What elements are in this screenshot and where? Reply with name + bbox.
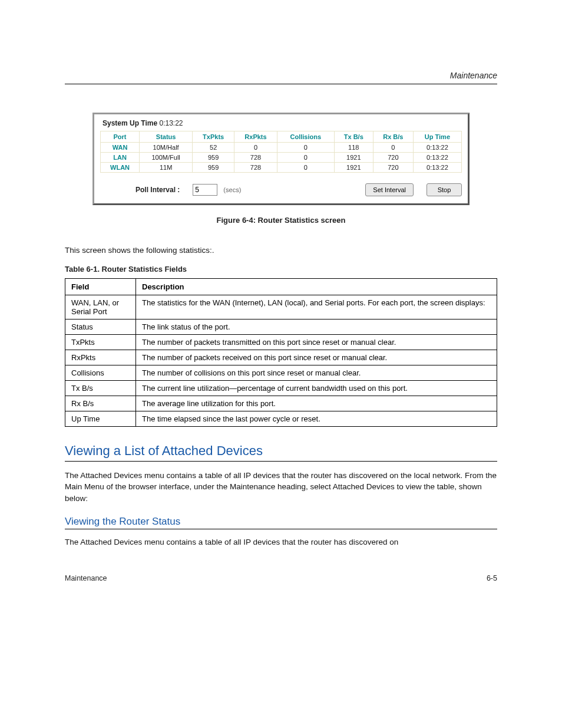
col-collisions: Collisions (277, 131, 334, 143)
system-uptime: System Up Time 0:13:22 (100, 118, 462, 131)
field-name: TxPkts (65, 334, 136, 350)
field-desc: The time elapsed since the last power cy… (136, 411, 497, 426)
port-link-wan[interactable]: WAN (101, 143, 140, 153)
table-row: StatusThe link status of the port. (65, 319, 497, 334)
field-name: Up Time (65, 411, 136, 426)
table-row: Up TimeThe time elapsed since the last p… (65, 411, 497, 426)
cell: 118 (334, 143, 373, 153)
table-row: CollisionsThe number of collisions on th… (65, 365, 497, 380)
field-desc: The number of packets received on this p… (136, 350, 497, 365)
col-rxbs: Rx B/s (373, 131, 413, 143)
table-row: LAN 100M/Full 959 728 0 1921 720 0:13:22 (101, 153, 462, 163)
cell: 0 (373, 143, 413, 153)
cell: 0:13:22 (413, 143, 461, 153)
col-status: Status (140, 131, 193, 143)
statistics-table: Port Status TxPkts RxPkts Collisions Tx … (100, 131, 462, 173)
field-name: Tx B/s (65, 380, 136, 396)
field-name: WAN, LAN, or Serial Port (65, 295, 136, 319)
table-row: WLAN 11M 959 728 0 1921 720 0:13:22 (101, 163, 462, 173)
header-rule (65, 84, 497, 84)
stop-button[interactable]: Stop (427, 183, 462, 196)
cell: 0 (277, 143, 334, 153)
field-name: Rx B/s (65, 396, 136, 411)
cell: 52 (193, 143, 234, 153)
set-interval-button[interactable]: Set Interval (365, 183, 414, 196)
cell: 728 (234, 153, 277, 163)
table-row: RxPktsThe number of packets received on … (65, 350, 497, 365)
chapter-heading: Maintenance (65, 71, 497, 80)
cell: 720 (373, 153, 413, 163)
cell: 10M/Half (140, 143, 193, 153)
poll-units: (secs) (223, 186, 241, 193)
poll-interval-label: Poll Interval : (135, 186, 180, 194)
section-heading-attached-devices: Viewing a List of Attached Devices (65, 443, 497, 459)
col-rxpkts: RxPkts (234, 131, 277, 143)
section-body: The Attached Devices menu contains a tab… (65, 470, 497, 505)
section-rule (65, 461, 497, 462)
field-name: Status (65, 319, 136, 334)
cell: 11M (140, 163, 193, 173)
table-row: WAN 10M/Half 52 0 0 118 0 0:13:22 (101, 143, 462, 153)
cell: 0:13:22 (413, 163, 461, 173)
subsection-rule (65, 529, 497, 529)
fields-table-caption: Table 6-1. Router Statistics Fields (65, 265, 497, 274)
footer-left: Maintenance (65, 574, 107, 582)
fields-table: Field Description WAN, LAN, or Serial Po… (65, 278, 497, 427)
fields-col-desc: Description (136, 278, 497, 295)
cell: 720 (373, 163, 413, 173)
subsection-body: The Attached Devices menu contains a tab… (65, 536, 497, 548)
cell: 1921 (334, 163, 373, 173)
field-desc: The average line utilization for this po… (136, 396, 497, 411)
page-footer: Maintenance 6-5 (65, 574, 497, 582)
cell: 959 (193, 163, 234, 173)
port-link-wlan[interactable]: WLAN (101, 163, 140, 173)
field-desc: The current line utilization—percentage … (136, 380, 497, 396)
field-desc: The statistics for the WAN (Internet), L… (136, 295, 497, 319)
col-uptime: Up Time (413, 131, 461, 143)
col-txbs: Tx B/s (334, 131, 373, 143)
cell: 728 (234, 163, 277, 173)
cell: 0 (234, 143, 277, 153)
table-row: Rx B/sThe average line utilization for t… (65, 396, 497, 411)
cell: 100M/Full (140, 153, 193, 163)
cell: 0:13:22 (413, 153, 461, 163)
poll-interval-input[interactable] (193, 184, 217, 196)
table-row: TxPktsThe number of packets transmitted … (65, 334, 497, 350)
table-row: WAN, LAN, or Serial PortThe statistics f… (65, 295, 497, 319)
cell: 0 (277, 153, 334, 163)
fields-col-field: Field (65, 278, 136, 295)
cell: 1921 (334, 153, 373, 163)
field-desc: The number of packets transmitted on thi… (136, 334, 497, 350)
field-desc: The number of collisions on this port si… (136, 365, 497, 380)
field-desc: The link status of the port. (136, 319, 497, 334)
cell: 0 (277, 163, 334, 173)
port-link-lan[interactable]: LAN (101, 153, 140, 163)
system-uptime-label: System Up Time (103, 119, 157, 127)
col-port: Port (101, 131, 140, 143)
subsection-heading-router-status: Viewing the Router Status (65, 516, 497, 528)
footer-right: 6-5 (487, 574, 497, 582)
table-row: Tx B/sThe current line utilization—perce… (65, 380, 497, 396)
field-name: Collisions (65, 365, 136, 380)
poll-controls: Poll Interval : (secs) Set Interval Stop (100, 183, 462, 196)
col-txpkts: TxPkts (193, 131, 234, 143)
figure-caption: Figure 6-4: Router Statistics screen (65, 216, 497, 225)
router-statistics-panel: System Up Time 0:13:22 Port Status TxPkt… (92, 113, 470, 205)
system-uptime-value: 0:13:22 (160, 119, 183, 127)
cell: 959 (193, 153, 234, 163)
intro-text: This screen shows the following statisti… (65, 245, 497, 256)
field-name: RxPkts (65, 350, 136, 365)
